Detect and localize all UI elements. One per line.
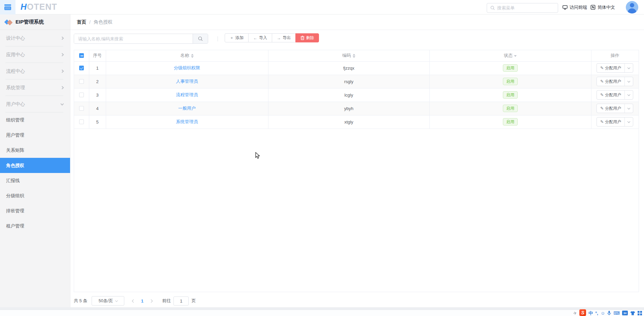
breadcrumb-home-link[interactable]: 首页 [77, 19, 86, 25]
action-dropdown-button[interactable] [624, 91, 633, 99]
role-name-link[interactable]: 系统管理员 [176, 119, 198, 124]
edit-pen-icon: ✎ [600, 119, 604, 124]
status-badge: 启用 [503, 78, 518, 85]
role-name-link[interactable]: 流程管理员 [176, 92, 198, 97]
add-button[interactable]: ＋ 添加 [225, 33, 249, 42]
sidebar-item-tenant-manage[interactable]: 租户管理 [0, 218, 70, 234]
page-size-select[interactable]: 50条/页 [92, 296, 124, 306]
table-row[interactable]: 4 一般用户 ybyh 启用 ✎分配用户 [74, 102, 639, 115]
export-button[interactable]: → 导出 [272, 33, 296, 42]
current-page-number[interactable]: 1 [138, 299, 147, 304]
edit-pen-icon: ✎ [600, 106, 604, 111]
code-cell: ybyh [268, 102, 429, 115]
action-dropdown-button[interactable] [624, 77, 633, 86]
action-dropdown-button[interactable] [624, 104, 633, 113]
toolbox-icon[interactable]: 34 [622, 311, 628, 315]
row-checkbox[interactable] [79, 106, 84, 111]
status-badge: 启用 [503, 105, 518, 112]
menu-search-box [487, 3, 558, 13]
avatar-body-shape [628, 8, 636, 13]
role-name-link[interactable]: 人事管理员 [176, 79, 198, 84]
assign-user-button[interactable]: ✎分配用户 [597, 91, 624, 99]
import-button[interactable]: ← 导入 [248, 33, 272, 42]
goto-page-input[interactable] [173, 296, 189, 306]
select-all-checkbox[interactable] [79, 53, 84, 58]
assign-user-button[interactable]: ✎分配用户 [597, 77, 624, 86]
assign-user-button[interactable]: ✎分配用户 [597, 104, 624, 113]
sidebar-item-label: 设计中心 [6, 35, 25, 41]
sidebar-item-user-manage[interactable]: 用户管理 [0, 128, 70, 143]
action-dropdown-button[interactable] [624, 64, 633, 72]
breadcrumb: 首页 / 角色授权 [70, 14, 644, 30]
filter-caret-icon[interactable] [514, 55, 517, 57]
emoji-icon[interactable]: ☺ [601, 311, 605, 315]
search-icon [198, 36, 203, 41]
plus-icon: ＋ [230, 35, 234, 41]
table-row[interactable]: 5 系统管理员 xtgly 启用 ✎分配用户 [74, 115, 639, 129]
delete-button[interactable]: 删除 [295, 33, 319, 42]
taskbar: ✈ S 中 °, ☺ ⌨ 34 [0, 310, 644, 316]
column-header-code[interactable]: 编码 [268, 50, 429, 61]
breadcrumb-separator: / [89, 20, 91, 25]
sidebar-item-label: 应用中心 [6, 52, 25, 58]
sidebar-item-user-center[interactable]: 用户中心 [0, 96, 70, 112]
language-switch-button[interactable]: 简体中文 [590, 0, 615, 14]
role-name-link[interactable]: 分级组织权限 [174, 65, 200, 70]
chevron-right-icon [61, 86, 64, 90]
keyboard-icon[interactable]: ⌨ [613, 311, 620, 315]
goto-label: 前往 [162, 298, 171, 304]
sort-carets-icon[interactable] [353, 54, 355, 58]
table-row[interactable]: 2 人事管理员 rsgly 启用 ✎分配用户 [74, 75, 639, 88]
language-label: 简体中文 [598, 4, 615, 10]
column-header-name[interactable]: 名称 [106, 50, 268, 61]
row-checkbox[interactable] [79, 119, 84, 124]
index-cell: 1 [89, 61, 106, 75]
code-cell: rsgly [268, 75, 429, 88]
sidebar-item-design-center[interactable]: 设计中心 [0, 30, 70, 46]
chevron-down-icon [61, 102, 64, 105]
sidebar-item-system-manage[interactable]: 系统管理 [0, 79, 70, 96]
sogou-logo-icon[interactable]: S [579, 309, 586, 316]
sidebar-item-relation-matrix[interactable]: 关系矩阵 [0, 143, 70, 158]
skin-icon[interactable] [630, 311, 635, 315]
sidebar-item-report-line[interactable]: 汇报线 [0, 173, 70, 188]
collapse-menu-button[interactable] [0, 0, 15, 14]
system-title: EIP管理系统 [15, 19, 44, 25]
sidebar-item-shift-manage[interactable]: 排班管理 [0, 203, 70, 218]
hotent-logo[interactable]: HOTENT [21, 2, 57, 12]
role-name-link[interactable]: 一般用户 [178, 106, 196, 111]
row-checkbox[interactable] [79, 66, 84, 70]
menu-search-input[interactable] [497, 5, 558, 10]
status-badge: 启用 [503, 91, 518, 99]
import-button-label: 导入 [259, 35, 267, 41]
row-checkbox[interactable] [79, 93, 84, 97]
action-dropdown-button[interactable] [624, 117, 633, 126]
table-row[interactable]: 1 分级组织权限 fjzzqx 启用 ✎分配用户 [74, 61, 639, 75]
sidebar-item-app-center[interactable]: 应用中心 [0, 46, 70, 63]
sidebar-item-hierarchy-org[interactable]: 分级组织 [0, 188, 70, 203]
punctuation-icon[interactable]: °, [595, 311, 598, 315]
apps-grid-icon[interactable] [638, 311, 642, 315]
prev-page-button[interactable] [129, 296, 138, 306]
search-button[interactable] [193, 34, 208, 43]
sidebar-item-flow-center[interactable]: 流程中心 [0, 63, 70, 79]
assign-user-button[interactable]: ✎分配用户 [597, 64, 624, 72]
row-checkbox[interactable] [79, 79, 84, 84]
avatar[interactable] [626, 1, 638, 13]
chinese-mode-icon[interactable]: 中 [588, 311, 593, 315]
launcher-icon[interactable]: ✈ [573, 311, 577, 316]
trash-icon [300, 36, 304, 40]
export-button-label: 导出 [283, 35, 291, 41]
index-cell: 2 [89, 75, 106, 88]
add-button-label: 添加 [235, 35, 244, 41]
sidebar-item-org-manage[interactable]: 组织管理 [0, 112, 70, 128]
microphone-icon[interactable] [607, 311, 611, 315]
table-search-input[interactable] [74, 34, 193, 43]
next-page-button[interactable] [147, 296, 155, 306]
sidebar-item-role-auth[interactable]: 角色授权 [0, 158, 70, 173]
visit-frontend-button[interactable]: 访问前端 [562, 0, 587, 14]
assign-user-button[interactable]: ✎分配用户 [597, 117, 624, 126]
table-row[interactable]: 3 流程管理员 lcgly 启用 ✎分配用户 [74, 88, 639, 102]
chevron-right-icon [61, 70, 64, 73]
sort-carets-icon[interactable] [191, 54, 194, 58]
